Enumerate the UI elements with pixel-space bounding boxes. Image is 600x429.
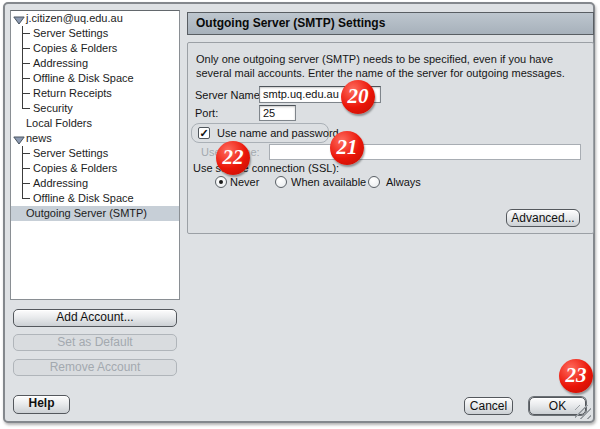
ssl-radio-always[interactable]	[368, 176, 380, 188]
tree-item-label: Server Settings	[33, 26, 108, 41]
tree-item-local-folders[interactable]: Local Folders	[11, 116, 179, 131]
cancel-button[interactable]: Cancel	[464, 397, 513, 415]
tree-item-copies-folders[interactable]: Copies & Folders	[11, 41, 179, 56]
annotation-badge-22: 22	[216, 141, 250, 175]
annotation-badge-23: 23	[559, 359, 593, 393]
tree-item-outgoing-server-smtp[interactable]: Outgoing Server (SMTP)	[11, 206, 179, 221]
ssl-radio-label: Always	[386, 176, 421, 188]
tree-item-addressing[interactable]: Addressing	[11, 176, 179, 191]
tree-item-label: Copies & Folders	[33, 161, 117, 176]
tree-item-label: Security	[33, 101, 73, 116]
ssl-label: Use secure connection (SSL):	[193, 162, 339, 174]
use-name-password-checkbox[interactable]: ✓	[198, 127, 210, 139]
tree-item-label: Copies & Folders	[33, 41, 117, 56]
account-tree[interactable]: j.citizen@uq.edu.auServer SettingsCopies…	[10, 10, 180, 300]
tree-item-label: Outgoing Server (SMTP)	[26, 206, 147, 221]
tree-item-label: Addressing	[33, 176, 88, 191]
tree-item-server-settings[interactable]: Server Settings	[11, 26, 179, 41]
disclosure-triangle-icon[interactable]	[13, 14, 25, 23]
panel-header-title: Outgoing Server (SMTP) Settings	[196, 16, 385, 30]
set-as-default-button[interactable]: Set as Default	[13, 334, 177, 351]
disclosure-triangle-icon[interactable]	[13, 134, 25, 143]
annotation-badge-21: 21	[330, 131, 364, 165]
server-name-label: Server Name:	[195, 89, 263, 101]
tree-item-offline-disk-space[interactable]: Offline & Disk Space	[11, 71, 179, 86]
account-settings-window: j.citizen@uq.edu.auServer SettingsCopies…	[3, 2, 595, 423]
annotation-badge-20: 20	[341, 80, 375, 114]
tree-item-label: Addressing	[33, 56, 88, 71]
tree-item-copies-folders[interactable]: Copies & Folders	[11, 161, 179, 176]
tree-item-label: Server Settings	[33, 146, 108, 161]
tree-item-j-citizen-uq-edu-au[interactable]: j.citizen@uq.edu.au	[11, 11, 179, 26]
tree-item-label: Local Folders	[26, 116, 92, 131]
port-label: Port:	[195, 107, 218, 119]
tree-item-return-receipts[interactable]: Return Receipts	[11, 86, 179, 101]
resize-grip[interactable]	[575, 405, 591, 419]
use-name-password-group[interactable]: ✓ Use name and password	[191, 123, 329, 143]
smtp-settings-panel: Only one outgoing server (SMTP) needs to…	[187, 42, 594, 234]
panel-description: Only one outgoing server (SMTP) needs to…	[196, 52, 588, 80]
add-account-button[interactable]: Add Account...	[13, 309, 177, 327]
help-button[interactable]: Help	[13, 395, 70, 414]
tree-item-security[interactable]: Security	[11, 101, 179, 116]
tree-item-label: Offline & Disk Space	[33, 191, 134, 206]
tree-item-offline-disk-space[interactable]: Offline & Disk Space	[11, 191, 179, 206]
ssl-radio-when-available[interactable]	[275, 176, 287, 188]
ssl-radio-label: When available	[291, 176, 366, 188]
ssl-radio-label: Never	[230, 176, 259, 188]
use-name-password-label: Use name and password	[217, 127, 339, 139]
page: j.citizen@uq.edu.auServer SettingsCopies…	[0, 0, 600, 429]
remove-account-button[interactable]: Remove Account	[13, 359, 177, 376]
tree-item-server-settings[interactable]: Server Settings	[11, 146, 179, 161]
tree-item-label: news	[26, 131, 52, 146]
tree-item-addressing[interactable]: Addressing	[11, 56, 179, 71]
advanced-button[interactable]: Advanced...	[506, 209, 580, 227]
ssl-radio-never[interactable]	[215, 176, 227, 188]
tree-item-label: j.citizen@uq.edu.au	[26, 11, 123, 26]
port-input[interactable]: 25	[259, 105, 296, 121]
tree-item-label: Return Receipts	[33, 86, 112, 101]
ssl-radio-group: NeverWhen availableAlways	[188, 176, 593, 190]
panel-header: Outgoing Server (SMTP) Settings	[187, 12, 594, 35]
tree-item-label: Offline & Disk Space	[33, 71, 134, 86]
user-name-input[interactable]	[269, 144, 581, 160]
tree-item-news[interactable]: news	[11, 131, 179, 146]
